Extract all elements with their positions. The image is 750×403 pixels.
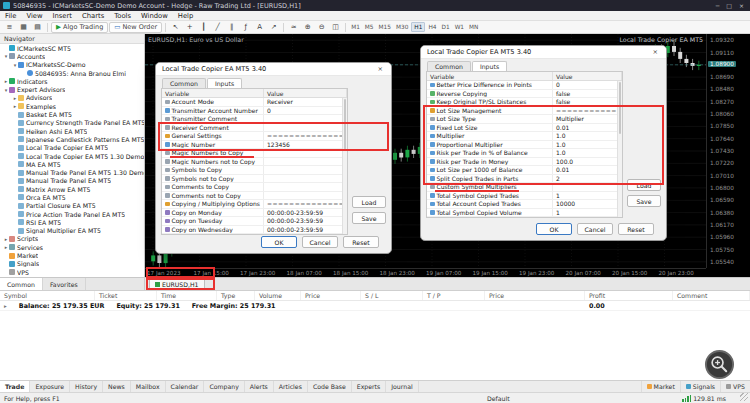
toolbox-tab-journal[interactable]: Journal — [386, 381, 418, 392]
input-row-copy-on-wednesday[interactable]: Copy on Wednesday00:00:00-23:59:59 — [162, 226, 347, 235]
timeframe-w1[interactable]: W1 — [453, 22, 466, 32]
input-value[interactable]: 00:00:00-23:59:59 — [264, 217, 347, 225]
toolbox-tab-news[interactable]: News — [103, 381, 131, 392]
load-button[interactable]: Load — [627, 179, 661, 191]
dialog-local-trade-copier-ea-mt5-3-40[interactable]: Local Trade Copier EA MT5 3.40×CommonInp… — [155, 62, 392, 254]
column-header-t-p[interactable]: T / P — [423, 291, 485, 300]
tree-item-accounts[interactable]: ▾Accounts — [0, 52, 144, 60]
input-value[interactable]: 0.01 — [553, 124, 622, 132]
input-row-copy-on-monday[interactable]: Copy on Monday00:00:00-23:59:59 — [162, 209, 347, 218]
load-button[interactable]: Load — [352, 196, 386, 208]
input-value[interactable]: Receiver — [264, 98, 347, 106]
input-value[interactable]: false — [553, 98, 622, 106]
toolbox-tab-exposure[interactable]: Exposure — [30, 381, 70, 392]
column-header-profit[interactable]: Profit — [585, 291, 673, 300]
close-icon[interactable]: × — [376, 65, 385, 73]
tree-item-local-trade-copier-ea-mt5[interactable]: Local Trade Copier EA MT5 — [0, 144, 144, 152]
tree-item-signal-multiplier-ea-mt5[interactable]: Signal Multiplier EA MT5 — [0, 227, 144, 235]
chart-tab-eurusd-h1[interactable]: EURUSD,H1 — [149, 279, 205, 290]
input-value[interactable]: 1 — [553, 192, 622, 200]
column-header-price[interactable]: Price — [485, 291, 585, 300]
save-button[interactable]: Save — [627, 195, 661, 207]
dialog-tab-inputs[interactable]: Inputs — [207, 78, 242, 88]
input-row-symbols-not-to-copy[interactable]: Symbols not to Copy — [162, 175, 347, 184]
close-icon[interactable]: × — [739, 2, 744, 9]
timeframe-h1[interactable]: H1 — [411, 22, 425, 32]
toolbox-tab-articles[interactable]: Articles — [274, 381, 308, 392]
input-value[interactable]: 10000 — [553, 200, 622, 208]
menu-view[interactable]: View — [21, 11, 47, 20]
input-row-magic-numbers-not-to-copy[interactable]: Magic Numbers not to Copy — [162, 158, 347, 167]
input-row-risk-per-trade-in-money[interactable]: Risk per Trade in Money100.0 — [427, 158, 622, 167]
balance-row[interactable]: ▸Balance: 25 179.35 EUREquity: 25 179.31… — [0, 301, 750, 311]
tree-item-vps[interactable]: VPS — [0, 268, 144, 276]
tree-item-services[interactable]: ▸Services — [0, 243, 144, 251]
column-header-s-l[interactable]: S / L — [361, 291, 423, 300]
tree-item-orca-ea-mt5[interactable]: Orca EA MT5 — [0, 193, 144, 201]
fibonacci-icon[interactable]: ƒ — [239, 22, 252, 33]
vertical-line-icon[interactable]: ┃ — [197, 22, 210, 33]
dialog-tab-common[interactable]: Common — [162, 78, 206, 88]
timeframe-d1[interactable]: D1 — [439, 22, 451, 32]
menu-insert[interactable]: Insert — [48, 11, 78, 20]
cancel-button[interactable]: Cancel — [302, 236, 338, 248]
input-value[interactable]: 1.0 — [553, 141, 622, 149]
tree-item-price-action-trade-panel-ea-mt5[interactable]: Price Action Trade Panel EA MT5 — [0, 210, 144, 218]
input-row-keep-original-tp-sl-distances[interactable]: Keep Original TP/SL Distancesfalse — [427, 98, 622, 107]
input-row-lot-size-management[interactable]: Lot Size Management=====================… — [427, 107, 622, 116]
panel-tab-market[interactable]: Market — [641, 381, 680, 392]
toolbox-tab-code-base[interactable]: Code Base — [308, 381, 352, 392]
tree-item-ma-ea-mt5[interactable]: MA EA MT5 — [0, 160, 144, 168]
ok-button[interactable]: OK — [536, 223, 572, 235]
tree-item-manual-trade-panel-ea-mt5[interactable]: Manual Trade Panel EA MT5 — [0, 177, 144, 185]
dialog-titlebar[interactable]: Local Trade Copier EA MT5 3.40× — [421, 46, 666, 59]
input-row-magic-number[interactable]: Magic Number123456 — [162, 141, 347, 150]
toolbox-tab-company[interactable]: Company — [204, 381, 244, 392]
menu-file[interactable]: File — [0, 11, 21, 20]
input-value[interactable] — [264, 149, 347, 157]
toolbox-tab-alerts[interactable]: Alerts — [245, 381, 274, 392]
timeframe-m15[interactable]: M15 — [377, 22, 393, 32]
reset-button[interactable]: Reset — [343, 236, 379, 248]
profile-selector[interactable]: Default — [487, 395, 510, 402]
column-header-symbol[interactable]: Symbol — [0, 291, 95, 300]
tree-item-currency-strength-trade-panel-ea-mt5[interactable]: Currency Strength Trade Panel EA MT5 — [0, 119, 144, 127]
input-row-copying-multiplying-options[interactable]: Copying / Multiplying Options===========… — [162, 200, 347, 209]
timeframe-m1[interactable]: M1 — [349, 22, 362, 32]
time-axis[interactable]: 17 Jan 202317 Jan 15:0017 Jan 23:0018 Ja… — [145, 268, 706, 277]
maximize-icon[interactable]: □ — [726, 2, 732, 9]
input-row-transmitter-account-number[interactable]: Transmitter Account Number0 — [162, 107, 347, 116]
tile-windows-icon[interactable]: ◫ — [329, 22, 342, 33]
toolbox-tab-experts[interactable]: Experts — [352, 381, 387, 392]
tree-item-manual-trade-panel-ea-mt5-1-30-demo[interactable]: Manual Trade Panel EA MT5 1.30 Demo — [0, 168, 144, 176]
timeframe-m5[interactable]: M5 — [363, 22, 376, 32]
crosshair-icon[interactable]: + — [183, 22, 196, 33]
scrollbar[interactable] — [617, 81, 622, 217]
cancel-button[interactable]: Cancel — [577, 223, 613, 235]
tree-item-japanese-candlestick-patterns-ea-mt5[interactable]: Japanese Candlestick Patterns EA MT5 — [0, 135, 144, 143]
input-value[interactable]: 0 — [553, 81, 622, 89]
zoom-in-icon[interactable]: ⊕ — [301, 22, 314, 33]
reset-button[interactable]: Reset — [618, 223, 654, 235]
input-value[interactable]: ========================== — [264, 132, 347, 140]
minimize-icon[interactable]: ─ — [716, 2, 720, 9]
input-value[interactable]: 2 — [553, 175, 622, 183]
input-row-proportional-multiplier[interactable]: Proportional Multiplier1.0 — [427, 141, 622, 150]
input-row-fixed-lot-size[interactable]: Fixed Lot Size0.01 — [427, 124, 622, 133]
input-row-comments-not-to-copy[interactable]: Comments not to Copy — [162, 192, 347, 201]
connection-status[interactable]: 129.81 ms — [682, 394, 726, 402]
dialog-tab-inputs[interactable]: Inputs — [472, 61, 507, 71]
tree-item-indicators[interactable]: ▸Indicators — [0, 77, 144, 85]
menu-window[interactable]: Window — [136, 11, 173, 20]
input-value[interactable]: 1.0 — [553, 132, 622, 140]
menu-toggle-icon[interactable]: ≡ — [3, 22, 16, 33]
input-value[interactable]: 00:00:00-23:59:59 — [264, 209, 347, 217]
menu-charts[interactable]: Charts — [77, 11, 109, 20]
input-row-general-settings[interactable]: General Settings========================… — [162, 132, 347, 141]
zoom-out-icon[interactable]: ⊖ — [315, 22, 328, 33]
column-header-type[interactable]: Type — [217, 291, 255, 300]
channel-icon[interactable]: ∥ — [225, 22, 238, 33]
balance-expand-icon[interactable]: ▸ — [4, 303, 7, 309]
timeframe-h4[interactable]: H4 — [426, 22, 438, 32]
input-value[interactable] — [264, 175, 347, 183]
